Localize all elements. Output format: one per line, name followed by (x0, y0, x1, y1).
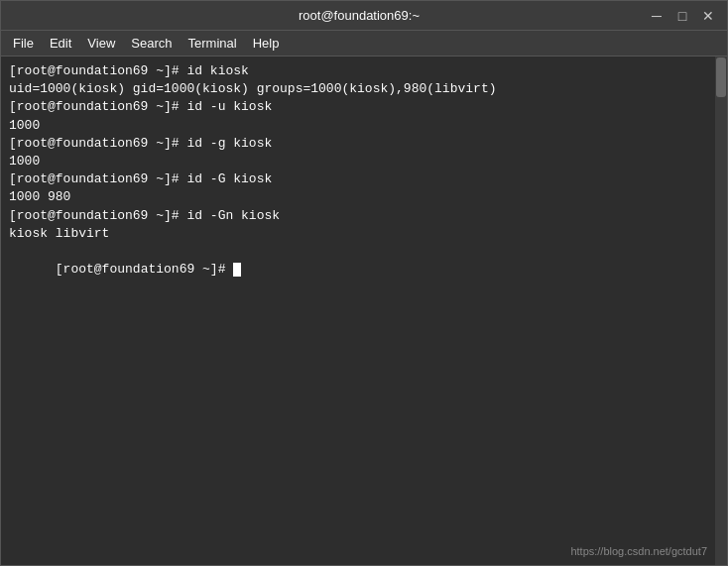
terminal-line-7: 1000 980 (9, 188, 719, 206)
scrollbar[interactable] (715, 57, 727, 565)
close-button[interactable]: ✕ (699, 7, 717, 25)
menu-view[interactable]: View (79, 34, 123, 53)
minimize-button[interactable]: ─ (648, 7, 666, 25)
menu-terminal[interactable]: Terminal (181, 34, 245, 53)
terminal-line-6: [root@foundation69 ~]# id -G kiosk (9, 170, 719, 188)
terminal-window: root@foundation69:~ ─ □ ✕ File Edit View… (0, 0, 728, 566)
menu-help[interactable]: Help (245, 34, 288, 53)
terminal-line-8: [root@foundation69 ~]# id -Gn kiosk (9, 207, 719, 225)
menu-edit[interactable]: Edit (42, 34, 79, 53)
terminal-line-1: uid=1000(kiosk) gid=1000(kiosk) groups=1… (9, 80, 719, 98)
watermark: https://blog.csdn.net/gctdut7 (570, 545, 707, 557)
menu-search[interactable]: Search (123, 34, 180, 53)
terminal-prompt-line: [root@foundation69 ~]# (9, 243, 719, 297)
terminal-line-0: [root@foundation69 ~]# id kiosk (9, 62, 719, 80)
terminal-line-3: 1000 (9, 117, 719, 135)
menu-file[interactable]: File (5, 34, 42, 53)
terminal-area[interactable]: [root@foundation69 ~]# id kiosk uid=1000… (1, 57, 727, 565)
terminal-line-9: kiosk libvirt (9, 225, 719, 243)
menu-bar: File Edit View Search Terminal Help (1, 31, 727, 57)
window-title: root@foundation69:~ (70, 8, 648, 23)
maximize-button[interactable]: □ (673, 7, 691, 25)
terminal-line-4: [root@foundation69 ~]# id -g kiosk (9, 135, 719, 153)
title-bar: root@foundation69:~ ─ □ ✕ (1, 1, 727, 31)
terminal-cursor (233, 263, 241, 277)
terminal-line-2: [root@foundation69 ~]# id -u kiosk (9, 98, 719, 116)
terminal-line-5: 1000 (9, 153, 719, 170)
scrollbar-thumb[interactable] (716, 57, 726, 97)
title-bar-controls: ─ □ ✕ (648, 7, 717, 25)
